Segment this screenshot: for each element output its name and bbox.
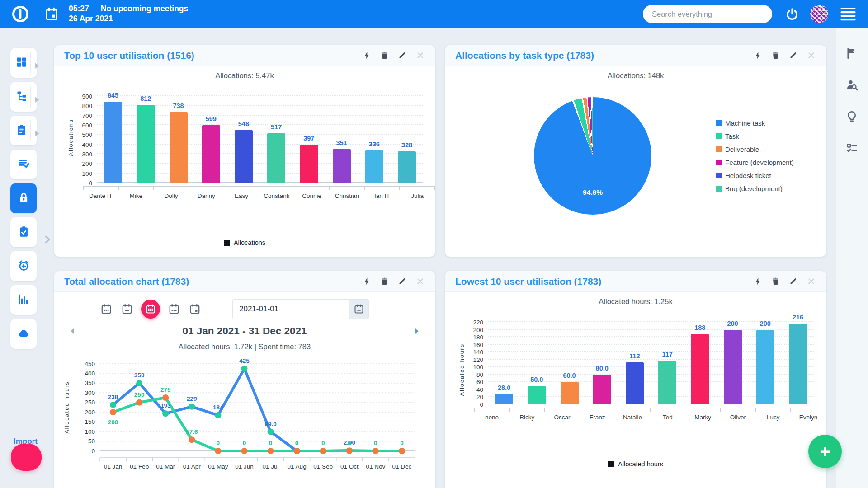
period-view-button-3[interactable] [141, 300, 160, 319]
sidebar-item-time-tracking[interactable] [10, 251, 37, 281]
bar-slot: 599 [195, 96, 227, 183]
pie-legend-item[interactable]: Bug (development) [716, 185, 794, 192]
bar-slot: 738 [162, 96, 194, 183]
date-picker-calendar-icon[interactable] [349, 300, 368, 319]
user-avatar[interactable] [810, 5, 828, 23]
previous-period-arrow-icon[interactable] [68, 326, 77, 336]
period-view-button-2[interactable] [120, 302, 134, 316]
card-lowest10-utilisation: Lowest 10 user utilisation (1783) Alloca… [445, 271, 826, 488]
caret-right-icon[interactable] [31, 94, 37, 100]
grid-icon [15, 56, 32, 70]
edit-button[interactable] [789, 277, 797, 286]
flash-button[interactable] [363, 51, 371, 60]
data-point [399, 448, 405, 454]
caret-right-icon[interactable] [31, 60, 37, 66]
flash-button[interactable] [754, 277, 762, 286]
edit-button[interactable] [398, 51, 406, 60]
data-point [162, 394, 169, 401]
period-view-button-4[interactable] [167, 302, 181, 316]
sidebar-expand-chevron-icon[interactable] [42, 234, 52, 245]
legend-label: Feature (development) [725, 159, 794, 166]
legend-label: Allocated hours [618, 460, 663, 468]
clipboard-icon [15, 124, 32, 138]
delete-button[interactable] [771, 277, 780, 286]
sidebar-item-hierarchy[interactable] [10, 82, 37, 112]
period-view-button-1[interactable] [99, 302, 113, 316]
menu-hamburger-icon[interactable] [840, 5, 856, 23]
y-tick-label: 100 [82, 170, 92, 177]
date-range-label: 01 Jan 2021 - 31 Dec 2021 [77, 325, 412, 337]
caret-right-icon[interactable] [31, 127, 37, 134]
calendar-icon[interactable] [44, 7, 59, 21]
sidebar-item-dashboard[interactable] [10, 48, 37, 78]
x-axis-labels: Dante ITMikeDollyDannyEasyConstantiConni… [83, 192, 435, 199]
close-button[interactable] [415, 51, 425, 60]
data-point [241, 366, 247, 372]
rail-item-ideas[interactable] [845, 110, 859, 124]
period-view-button-5[interactable] [188, 302, 202, 316]
flag-icon [845, 53, 858, 61]
delete-button[interactable] [380, 51, 389, 60]
delete-button[interactable] [771, 51, 780, 60]
bar-plot: Allocations01002003004005006007008009008… [68, 96, 423, 183]
bar-Evelyn [789, 324, 807, 404]
flash-button[interactable] [754, 51, 762, 60]
sidebar-item-approvals[interactable] [10, 217, 37, 247]
bar-Dante IT [104, 102, 122, 183]
sidebar-item-reports[interactable] [10, 285, 37, 315]
app-logo-icon[interactable] [11, 5, 30, 23]
chart-legend[interactable]: Allocated hours [445, 460, 826, 468]
date-input[interactable] [233, 300, 349, 319]
next-period-arrow-icon[interactable] [412, 326, 421, 336]
rail-item-flags[interactable] [845, 47, 859, 61]
y-tick-label: 80 [476, 371, 483, 378]
legend-swatch [716, 133, 722, 139]
svg-text:01 Aug: 01 Aug [288, 463, 307, 470]
sidebar-item-cloud-storage[interactable] [10, 319, 37, 349]
chart-legend[interactable]: Allocations [54, 239, 435, 246]
sidebar-item-permissions[interactable] [10, 183, 37, 213]
data-point [373, 448, 379, 454]
sidebar-item-tasks[interactable] [10, 116, 37, 145]
x-tick [83, 187, 119, 190]
y-tick-label: 900 [82, 93, 92, 100]
svg-text:57.6: 57.6 [186, 428, 198, 435]
cloud-icon [18, 327, 30, 341]
close-button[interactable] [807, 51, 816, 60]
sidebar-item-task-list[interactable] [10, 150, 37, 179]
bars: 28.050.060.080.0112117188200200216 [488, 322, 814, 404]
svg-text:01 Nov: 01 Nov [366, 463, 385, 470]
edit-button[interactable] [789, 51, 797, 60]
edit-button[interactable] [398, 277, 406, 286]
pie-legend-item[interactable]: Task [716, 132, 794, 140]
svg-text:275: 275 [160, 386, 171, 393]
pie-legend-item[interactable]: Feature (development) [716, 159, 794, 166]
rail-item-user-search[interactable] [845, 79, 859, 92]
y-tick-label: 160 [473, 341, 483, 348]
bar-slot: 117 [651, 322, 684, 404]
flash-button[interactable] [363, 277, 371, 286]
power-logout-icon[interactable] [783, 5, 801, 23]
y-tick-label: 0 [89, 180, 92, 187]
pie-legend-item[interactable]: Deliverable [716, 145, 794, 153]
svg-text:238: 238 [108, 394, 118, 400]
date-picker [232, 299, 369, 319]
pie-legend-item[interactable]: Machine task [716, 119, 794, 127]
search-input[interactable] [643, 5, 772, 23]
pie-legend-item[interactable]: Helpdesk ticket [716, 172, 794, 179]
x-category-label: Connie [294, 192, 330, 199]
x-category-label: Natalie [615, 414, 650, 421]
import-button[interactable] [11, 444, 42, 471]
bars: 845812738599548517397351336328 [97, 96, 423, 183]
delete-button[interactable] [380, 277, 389, 286]
y-tick-label: 60 [476, 379, 483, 385]
close-button[interactable] [415, 277, 425, 286]
x-tick [580, 408, 615, 412]
header-meeting-info: 05:27 No upcoming meetings 26 Apr 2021 [69, 4, 188, 24]
add-widget-fab[interactable]: + [808, 435, 842, 468]
legend-swatch [716, 186, 722, 192]
close-button[interactable] [807, 277, 816, 286]
bar-Ricky [528, 386, 546, 404]
rail-item-todo[interactable] [845, 142, 859, 155]
x-axis-ticks [83, 186, 435, 190]
